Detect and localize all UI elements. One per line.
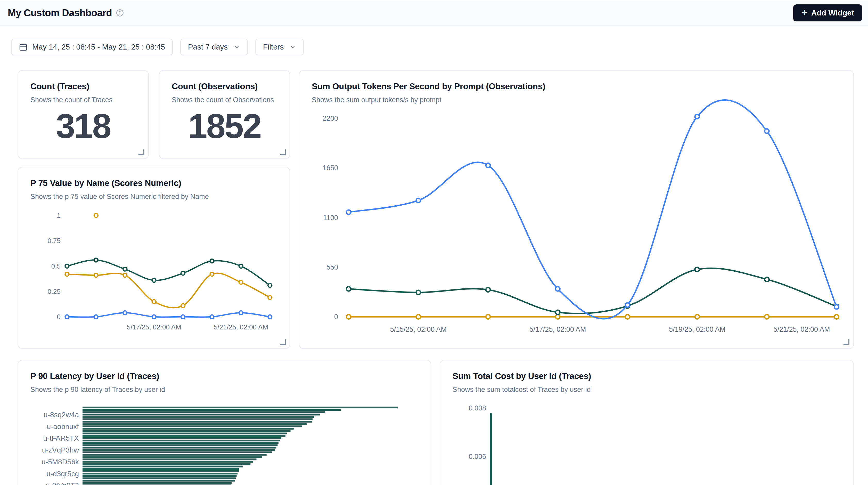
svg-text:u-5M8D56k: u-5M8D56k	[41, 458, 79, 466]
range-preset-label: Past 7 days	[188, 42, 228, 51]
svg-text:5/17/25, 02:00 AM: 5/17/25, 02:00 AM	[529, 326, 586, 333]
add-widget-label: Add Widget	[811, 8, 854, 17]
widget-subtitle: Shows the p 75 value of Scores Numeric f…	[30, 193, 209, 201]
svg-text:5/21/25, 02:00 AM: 5/21/25, 02:00 AM	[773, 326, 830, 333]
svg-text:0.75: 0.75	[48, 237, 61, 245]
svg-text:2200: 2200	[322, 115, 338, 122]
widget-subtitle: Shows the sum totalcost of Traces by use…	[453, 386, 591, 394]
widget-subtitle: Shows the p 90 latency of Traces by user…	[30, 386, 165, 394]
widget-title: Sum Output Tokens Per Second by Prompt (…	[312, 82, 546, 91]
svg-text:u-aobnuxf: u-aobnuxf	[47, 423, 79, 430]
calendar-icon	[19, 42, 28, 51]
svg-text:0: 0	[57, 313, 61, 321]
top-bar: My Custom Dashboard + Add Widget	[0, 0, 868, 26]
widget-cost-chart: 0.0080.006 Sum Total Cost by User Id (Tr…	[440, 360, 854, 485]
widget-subtitle: Shows the count of Traces	[30, 96, 113, 104]
widget-p90-chart: u-8sq2w4au-aobnuxfu-tFAR5TXu-zVqP3hwu-5M…	[18, 360, 431, 485]
chevron-down-icon	[234, 43, 240, 50]
info-icon[interactable]	[116, 9, 124, 17]
svg-text:1650: 1650	[322, 164, 338, 172]
svg-text:0.008: 0.008	[469, 404, 486, 412]
svg-text:u-d3qr5cg: u-d3qr5cg	[46, 470, 79, 478]
svg-text:0.5: 0.5	[51, 262, 61, 270]
svg-text:5/17/25, 02:00 AM: 5/17/25, 02:00 AM	[127, 323, 181, 331]
tokens-line-chart[interactable]: 05501100165022005/15/25, 02:00 AM5/17/25…	[300, 71, 853, 348]
svg-text:u-8fVa9T3: u-8fVa9T3	[45, 481, 79, 485]
widget-title: Sum Total Cost by User Id (Traces)	[453, 371, 591, 381]
add-widget-button[interactable]: + Add Widget	[793, 4, 862, 22]
resize-handle[interactable]	[138, 149, 145, 155]
svg-text:5/19/25, 02:00 AM: 5/19/25, 02:00 AM	[669, 326, 725, 333]
widget-subtitle: Shows the sum output tokens/s by prompt	[312, 96, 441, 104]
widget-title: P 90 Latency by User Id (Traces)	[30, 371, 159, 381]
widget-tokens-chart: 05501100165022005/15/25, 02:00 AM5/17/25…	[299, 70, 854, 349]
svg-text:u-tFAR5TX: u-tFAR5TX	[43, 434, 79, 442]
svg-text:0.006: 0.006	[469, 453, 486, 460]
svg-text:0: 0	[334, 313, 338, 321]
widget-title: Count (Observations)	[172, 82, 258, 91]
resize-handle[interactable]	[280, 339, 286, 345]
resize-handle[interactable]	[280, 149, 286, 155]
svg-text:1100: 1100	[323, 214, 338, 222]
count-value: 318	[18, 109, 148, 144]
date-range-label: May 14, 25 : 08:45 - May 21, 25 : 08:45	[32, 42, 165, 51]
widget-title: P 75 Value by Name (Scores Numeric)	[30, 178, 181, 188]
svg-text:5/15/25, 02:00 AM: 5/15/25, 02:00 AM	[390, 326, 446, 333]
plus-icon: +	[802, 7, 807, 18]
resize-handle[interactable]	[843, 339, 849, 345]
date-range-picker[interactable]: May 14, 25 : 08:45 - May 21, 25 : 08:45	[11, 39, 173, 55]
svg-text:u-zVqP3hw: u-zVqP3hw	[42, 446, 79, 454]
chevron-down-icon	[289, 43, 296, 50]
widget-title: Count (Traces)	[30, 82, 89, 91]
svg-text:5/21/25, 02:00 AM: 5/21/25, 02:00 AM	[214, 323, 268, 331]
range-preset-dropdown[interactable]: Past 7 days	[180, 39, 248, 55]
widget-count-observations: Count (Observations) Shows the count of …	[159, 70, 290, 159]
svg-text:1: 1	[57, 212, 61, 219]
filter-toolbar: May 14, 25 : 08:45 - May 21, 25 : 08:45 …	[11, 39, 304, 55]
widget-count-traces: Count (Traces) Shows the count of Traces…	[18, 70, 149, 159]
svg-text:550: 550	[327, 263, 338, 271]
filters-dropdown[interactable]: Filters	[255, 39, 304, 55]
svg-text:0.25: 0.25	[48, 287, 61, 295]
page-title: My Custom Dashboard	[8, 7, 112, 19]
widget-subtitle: Shows the count of Observations	[172, 96, 274, 104]
svg-text:u-8sq2w4a: u-8sq2w4a	[43, 411, 79, 419]
filters-label: Filters	[263, 42, 284, 51]
widget-p75-chart: 00.250.50.7515/17/25, 02:00 AM5/21/25, 0…	[18, 167, 290, 349]
count-value: 1852	[159, 109, 289, 144]
